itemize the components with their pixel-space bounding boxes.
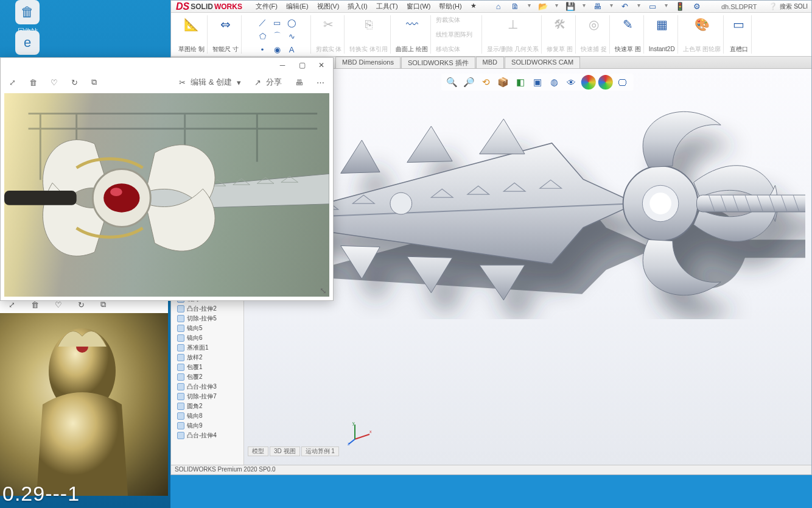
view-settings-icon[interactable]: [598, 75, 613, 90]
ribbon-draw-tools: ／ ▭ ◯ ⬠ ⌒ ∿ • ◉ A: [244, 15, 311, 54]
chevron-down-icon[interactable]: ▾: [610, 2, 613, 12]
feature-label[interactable]: 切除-拉伸7: [187, 392, 217, 401]
tab-model[interactable]: 模型: [248, 446, 268, 456]
edit-appearance-icon[interactable]: 👁: [564, 75, 579, 90]
qat-rebuild-icon[interactable]: 🚦: [674, 2, 686, 12]
menu-file[interactable]: 文件(F): [252, 1, 281, 12]
ribbon-slot[interactable]: ▭ 直槽口: [726, 15, 752, 54]
delete-icon[interactable]: 🗑: [29, 78, 37, 87]
previous-view-icon[interactable]: ⟲: [479, 75, 494, 90]
photo-window-controls: ─ ▢ ✕: [1, 58, 333, 72]
spline-icon[interactable]: ∿: [285, 30, 298, 42]
tab-motion-study[interactable]: 运动算例 1: [301, 446, 339, 456]
feature-label[interactable]: 镜向8: [187, 412, 203, 420]
qat-print-icon[interactable]: 🖶: [592, 2, 604, 12]
ellipse-icon[interactable]: ◉: [270, 43, 284, 55]
view-orientation-triad[interactable]: x y z: [348, 421, 372, 446]
ribbon-surface-sketch[interactable]: 〰 曲面上 绘图: [393, 15, 431, 54]
hide-show-icon[interactable]: ◍: [547, 75, 562, 90]
qat-open-icon[interactable]: 📂: [537, 2, 549, 12]
favorite-icon[interactable]: ♡: [55, 300, 62, 309]
point-icon[interactable]: •: [256, 43, 269, 55]
feature-label[interactable]: 包覆2: [187, 373, 203, 381]
rect-icon[interactable]: ▭: [270, 16, 284, 29]
ribbon-instant2d[interactable]: ▦ Instant2D: [646, 15, 678, 54]
feature-label[interactable]: 基准面1: [187, 344, 209, 352]
chevron-down-icon[interactable]: ▾: [583, 2, 586, 12]
text-icon[interactable]: A: [285, 43, 298, 55]
orientation-icon[interactable]: ◧: [513, 75, 528, 90]
zoom-icon[interactable]: ⤢: [9, 300, 15, 309]
qat-undo-icon[interactable]: ↶: [619, 2, 631, 12]
zoom-area-icon[interactable]: 🔎: [462, 75, 477, 90]
crop-icon[interactable]: ⧉: [91, 77, 97, 87]
feature-label[interactable]: 切除-拉伸5: [187, 314, 217, 323]
menu-help[interactable]: 帮助(H): [435, 1, 465, 12]
qat-select-icon[interactable]: ▭: [646, 2, 659, 12]
tab-3d-view[interactable]: 3D 视图: [270, 446, 300, 456]
menu-edit[interactable]: 编辑(E): [282, 1, 312, 12]
zoom-fit-icon[interactable]: 🔍: [445, 75, 460, 90]
tab-mbd[interactable]: MBD: [476, 57, 504, 68]
feature-label[interactable]: 镜向9: [187, 422, 203, 430]
ribbon-quick-sketch[interactable]: ✎ 快速草 图: [612, 15, 644, 54]
section-view-icon[interactable]: 📦: [496, 75, 511, 90]
qat-options-icon[interactable]: ⚙: [691, 2, 703, 12]
feature-label[interactable]: 凸台-拉伸3: [187, 383, 217, 391]
feature-label[interactable]: 圆角2: [187, 402, 203, 411]
feature-label[interactable]: 镜向5: [187, 324, 203, 333]
menu-window[interactable]: 窗口(W): [403, 1, 435, 12]
chevron-down-icon[interactable]: ▾: [665, 2, 668, 12]
qat-home-icon[interactable]: ⌂: [492, 2, 505, 12]
delete-icon[interactable]: 🗑: [31, 300, 39, 309]
ribbon-sketch[interactable]: 📐 草图绘 制: [176, 15, 208, 54]
feature-label[interactable]: 镜向6: [187, 334, 203, 342]
menu-insert[interactable]: 插入(I): [344, 1, 371, 12]
rotate-icon[interactable]: ↻: [71, 78, 78, 87]
tab-sw-cam[interactable]: SOLIDWORKS CAM: [505, 57, 580, 68]
ribbon-smart-dim[interactable]: ⇔ 智能尺 寸: [210, 15, 242, 54]
tab-sw-plugin[interactable]: SOLIDWORKS 插件: [401, 57, 475, 68]
recycle-bin-icon: 🗑: [15, 0, 40, 24]
ribbon-label: 修复草 图: [547, 46, 573, 52]
feature-item: 圆角2: [171, 401, 243, 411]
expand-icon[interactable]: ⤡: [320, 286, 327, 295]
svg-text:y: y: [352, 421, 355, 426]
feature-label[interactable]: 凸台-拉伸2: [187, 305, 217, 313]
minimize-button[interactable]: ─: [273, 58, 292, 72]
menu-star[interactable]: ★: [467, 1, 480, 12]
more-icon[interactable]: ⋯: [317, 78, 324, 87]
feature-label[interactable]: 放样2: [187, 353, 203, 362]
color-icon: 🎨: [694, 16, 710, 32]
feature-label[interactable]: 包覆1: [187, 363, 203, 372]
line-icon[interactable]: ／: [256, 16, 269, 29]
feature-label[interactable]: 凸台-拉伸4: [187, 431, 217, 440]
rotate-icon[interactable]: ↻: [78, 300, 85, 309]
chevron-down-icon[interactable]: ▾: [555, 2, 558, 12]
favorite-icon[interactable]: ♡: [51, 78, 58, 87]
menu-view[interactable]: 视图(V): [313, 1, 343, 12]
qat-save-icon[interactable]: 💾: [564, 2, 576, 12]
maximize-button[interactable]: ▢: [293, 58, 311, 72]
svg-text:x: x: [369, 429, 372, 434]
crop-icon[interactable]: ⧉: [100, 300, 106, 309]
chevron-down-icon[interactable]: ▾: [528, 2, 531, 12]
screen-icon[interactable]: 🖵: [615, 75, 630, 90]
share-button[interactable]: ↗ 分享: [254, 77, 282, 88]
edit-create-button[interactable]: ✂ 编辑 & 创建 ▾: [179, 77, 241, 88]
help-icon[interactable]: ❔: [769, 2, 777, 10]
zoom-icon[interactable]: ⤢: [9, 78, 16, 87]
ribbon-label: 快速草 图: [615, 46, 641, 52]
tab-mbd-dimensions[interactable]: MBD Dimensions: [335, 57, 401, 68]
menu-tools[interactable]: 工具(T): [373, 1, 402, 12]
print-icon[interactable]: 🖶: [295, 78, 303, 87]
close-button[interactable]: ✕: [312, 58, 331, 72]
apply-scene-icon[interactable]: [581, 75, 596, 90]
circle-icon[interactable]: ◯: [285, 16, 298, 29]
feature-item: 切除-拉伸7: [171, 392, 243, 401]
polygon-icon[interactable]: ⬠: [256, 30, 269, 42]
display-style-icon[interactable]: ▣: [530, 75, 545, 90]
qat-new-icon[interactable]: 🗎: [509, 2, 522, 12]
chevron-down-icon[interactable]: ▾: [637, 2, 640, 12]
arc-icon[interactable]: ⌒: [270, 30, 284, 42]
